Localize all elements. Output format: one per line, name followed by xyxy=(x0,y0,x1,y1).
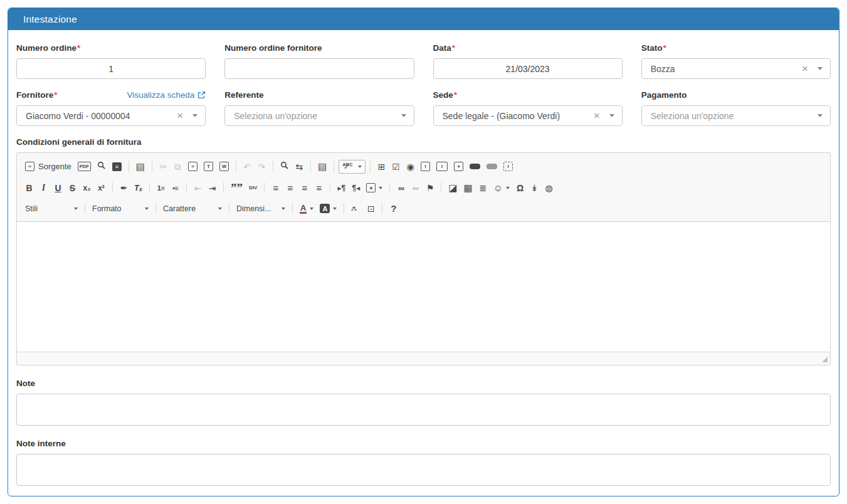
about-icon[interactable]: ? xyxy=(387,202,400,216)
size-combo[interactable]: Dimensi... xyxy=(234,202,288,216)
paste-from-word-icon[interactable]: W xyxy=(217,160,231,174)
toolbar-row: StiliFormatoCarattereDimensi...AA⊡? xyxy=(19,198,828,219)
align-center-icon[interactable]: ≡ xyxy=(283,181,297,195)
toolbar-separator xyxy=(310,161,311,172)
text-color-icon[interactable]: A xyxy=(297,202,316,216)
toolbar-separator xyxy=(389,182,390,193)
sede-value: Sede legale - (Giacomo Verdi) xyxy=(443,111,589,121)
toolbar-separator xyxy=(149,182,150,193)
blockquote-icon[interactable]: ”” xyxy=(228,181,245,195)
background-color-icon[interactable]: A xyxy=(317,202,339,216)
data-label: Data* xyxy=(433,43,456,53)
div-container-icon[interactable]: DIV xyxy=(246,181,260,195)
spellcheck-button[interactable]: ABC✓ xyxy=(339,160,366,174)
bold-icon[interactable]: B xyxy=(23,181,36,195)
align-justify-icon[interactable]: ≡ xyxy=(312,181,325,195)
select-all-icon[interactable]: ▤ xyxy=(315,160,329,174)
table-icon[interactable]: ▦ xyxy=(461,181,475,195)
print-icon[interactable]: ≡ xyxy=(110,160,124,174)
resize-handle[interactable] xyxy=(822,357,828,362)
undo-icon: ↶ xyxy=(241,160,254,174)
textarea-icon[interactable]: I xyxy=(434,160,450,174)
form-icon[interactable]: ⊞ xyxy=(375,160,388,174)
paste-as-text-icon[interactable]: T xyxy=(201,160,216,174)
button-icon[interactable] xyxy=(467,160,483,174)
clear-icon[interactable]: × xyxy=(802,63,808,74)
toolbar-separator xyxy=(152,161,152,172)
chevron-down-icon xyxy=(818,114,823,117)
note-textarea[interactable] xyxy=(16,394,831,426)
fornitore-select[interactable]: Giacomo Verdi - 00000004 × xyxy=(16,105,206,126)
pagamento-label: Pagamento xyxy=(641,90,687,100)
bulleted-list-icon[interactable]: •≡ xyxy=(169,181,182,195)
iframe-icon[interactable]: ◍ xyxy=(542,181,555,195)
maximize-icon[interactable] xyxy=(349,202,363,216)
pagamento-placeholder: Seleziona un'opzione xyxy=(651,111,818,121)
anchor-icon[interactable]: ⚑ xyxy=(423,181,436,195)
numero-ordine-input[interactable] xyxy=(16,58,206,79)
numbered-list-icon[interactable]: 1≡ xyxy=(154,181,167,195)
copy-formatting-icon[interactable]: ✒ xyxy=(117,181,130,195)
checkbox-icon[interactable]: ☑ xyxy=(389,160,402,174)
hidden-field-icon[interactable]: I xyxy=(501,160,515,174)
pagamento-select[interactable]: Seleziona un'opzione xyxy=(641,105,831,126)
image-button-icon[interactable] xyxy=(484,160,500,174)
show-blocks-icon[interactable]: ⊡ xyxy=(364,202,377,216)
increase-indent-icon[interactable]: ⇥ xyxy=(206,181,219,195)
header-fields-grid: Numero ordine* Numero ordine fornitore D… xyxy=(16,43,831,126)
smiley-icon[interactable]: ☺ xyxy=(491,181,512,195)
stato-select[interactable]: Bozza × xyxy=(641,58,831,79)
bidi-ltr-icon[interactable]: ▸¶ xyxy=(335,181,348,195)
print-preview-icon[interactable] xyxy=(95,160,108,174)
numero-ordine-label: Numero ordine* xyxy=(16,43,80,53)
visualizza-scheda-link[interactable]: Visualizza scheda xyxy=(127,90,206,100)
align-right-icon[interactable]: ≡ xyxy=(298,181,311,195)
text-field-icon[interactable]: I xyxy=(418,160,433,174)
remove-format-icon[interactable]: Tₓ xyxy=(132,181,145,195)
source-button[interactable]: ‹›Sorgente xyxy=(23,160,74,174)
superscript-icon[interactable]: x² xyxy=(95,181,108,195)
editor-content-area[interactable] xyxy=(17,222,830,352)
clear-icon[interactable]: × xyxy=(594,110,600,121)
select-field-icon[interactable]: ▾ xyxy=(451,160,466,174)
find-icon[interactable] xyxy=(278,160,292,174)
image-icon[interactable]: ◪ xyxy=(446,181,460,195)
horizontal-rule-icon[interactable]: ≣ xyxy=(476,181,490,195)
radio-button-icon[interactable]: ◉ xyxy=(404,160,417,174)
numero-ordine-fornitore-input[interactable] xyxy=(224,58,414,79)
page-break-icon[interactable]: ↡ xyxy=(528,181,541,195)
font-combo[interactable]: Carattere xyxy=(160,202,224,216)
condizioni-label: Condizioni generali di fornitura xyxy=(16,137,142,147)
align-left-icon[interactable]: ≡ xyxy=(269,181,282,195)
format-combo[interactable]: Formato xyxy=(90,202,151,216)
replace-icon[interactable]: ⇆ xyxy=(293,160,306,174)
export-pdf-icon[interactable]: PDF xyxy=(75,160,93,174)
note-label: Note xyxy=(16,379,35,388)
toolbar-separator xyxy=(112,182,113,193)
language-icon[interactable]: a xyxy=(364,181,385,195)
templates-icon[interactable]: ▤ xyxy=(134,160,147,174)
link-icon[interactable]: ∞ xyxy=(394,181,408,195)
panel-header: Intestazione xyxy=(8,8,839,30)
clear-icon[interactable]: × xyxy=(177,110,183,121)
field-referente: Referente Seleziona un'opzione xyxy=(224,90,414,126)
special-character-icon[interactable]: Ω xyxy=(513,181,527,195)
editor-toolbar: ‹›SorgentePDF≡▤✂⧉≡TW↶↷⇆▤ABC✓⊞☑◉II▾IBIUSx… xyxy=(17,153,830,222)
paste-icon[interactable]: ≡ xyxy=(186,160,200,174)
note-interne-textarea[interactable] xyxy=(16,454,831,486)
strikethrough-icon[interactable]: S xyxy=(66,181,79,195)
toolbar-separator xyxy=(292,203,293,214)
cut-icon: ✂ xyxy=(157,160,170,174)
bidi-rtl-icon[interactable]: ¶◂ xyxy=(349,181,362,195)
required-asterisk: * xyxy=(452,43,455,53)
italic-icon[interactable]: I xyxy=(37,181,50,195)
underline-icon[interactable]: U xyxy=(51,181,65,195)
data-input[interactable] xyxy=(433,58,623,79)
subscript-icon[interactable]: x₂ xyxy=(80,181,93,195)
fornitore-value: Giacomo Verdi - 00000004 xyxy=(26,111,172,121)
referente-select[interactable]: Seleziona un'opzione xyxy=(224,105,414,126)
styles-combo[interactable]: Stili xyxy=(23,202,80,216)
toolbar-separator xyxy=(370,161,371,172)
numero-ordine-fornitore-label: Numero ordine fornitore xyxy=(224,43,322,53)
sede-select[interactable]: Sede legale - (Giacomo Verdi) × xyxy=(433,105,623,126)
